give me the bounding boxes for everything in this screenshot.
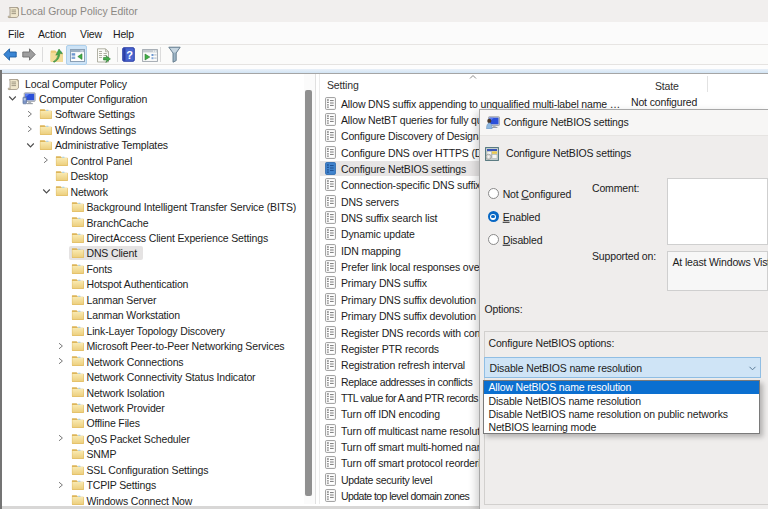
svg-text:?: ? [126,48,133,60]
